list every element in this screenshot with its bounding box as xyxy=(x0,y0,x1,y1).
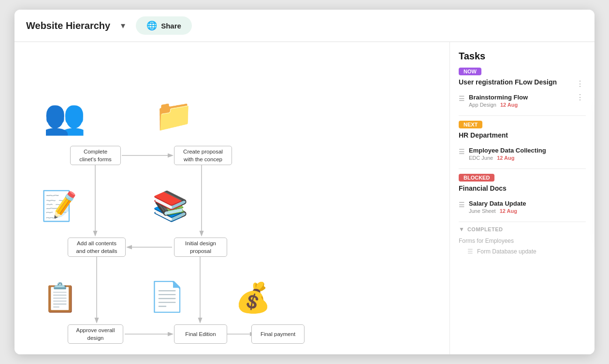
task-brainstorming-flow[interactable]: ☰ Brainstorming Flow App Design 12 Aug ⋮ xyxy=(459,90,586,112)
content-area: 👥 📁 📝 📚 📋 📄 💰 Completeclinet's forms Cre… xyxy=(14,42,594,354)
doc-edit-illustration: 📄 xyxy=(149,282,185,311)
completed-task-name: Form Database update xyxy=(477,248,536,255)
task-employee-data[interactable]: ☰ Employee Data Collecting EDC June 12 A… xyxy=(459,143,586,165)
now-section-menu-button[interactable]: ⋮ xyxy=(574,80,586,88)
completed-task-icon: ☰ xyxy=(467,248,473,255)
task-brainstorming-project: App Design xyxy=(469,102,496,108)
task-doc-icon-2: ☰ xyxy=(459,148,465,155)
task-brainstorming-date: 12 Aug xyxy=(500,102,518,108)
completed-label: COMPLETED xyxy=(467,226,503,232)
divider-3 xyxy=(459,222,586,222)
now-badge: NOW xyxy=(459,68,481,75)
node-final-payment: Final payment xyxy=(251,324,304,344)
header: Website Hierarchy ▾ 🌐 Share xyxy=(14,10,594,42)
page-title: Website Hierarchy xyxy=(26,20,110,31)
blocked-section: BLOCKED Financial Docs ☰ Salary Data Upd… xyxy=(450,173,594,218)
globe-icon: 🌐 xyxy=(146,20,157,31)
completed-section: ▼ COMPLETED Forms for Employees ☰ Form D… xyxy=(450,226,594,256)
books-illustration: 📚 xyxy=(152,192,188,221)
completed-group-title: Forms for Employees xyxy=(459,236,586,246)
task-brainstorming-menu-button[interactable]: ⋮ xyxy=(574,94,586,101)
now-group-title: User registration FLow Design xyxy=(459,78,557,86)
docs-illustration: 📝 xyxy=(41,192,77,221)
node-complete-clients: Completeclinet's forms xyxy=(70,146,121,165)
node-create-proposal: Create proposalwith the concep xyxy=(174,146,232,165)
main-container: Website Hierarchy ▾ 🌐 Share xyxy=(14,10,594,354)
people-illustration: 👥 xyxy=(44,100,86,134)
task-employee-info: Employee Data Collecting EDC June 12 Aug xyxy=(469,147,586,161)
diagram-area: 👥 📁 📝 📚 📋 📄 💰 Completeclinet's forms Cre… xyxy=(14,42,450,354)
blocked-group-title: Financial Docs xyxy=(459,184,586,192)
task-salary-name: Salary Data Update xyxy=(469,200,586,207)
arrows-svg xyxy=(14,42,450,354)
folder-illustration: 📁 xyxy=(155,100,193,131)
task-employee-sub: EDC June 12 Aug xyxy=(469,155,586,161)
next-group-title: HR Department xyxy=(459,131,586,139)
node-add-contents: Add all contentsand other details xyxy=(68,238,126,257)
clipboard-illustration: 📋 xyxy=(43,283,77,311)
node-approve-design: Approve overalldesign xyxy=(68,324,123,344)
task-salary-info: Salary Data Update June Sheet 12 Aug xyxy=(469,200,586,214)
next-section: NEXT HR Department ☰ Employee Data Colle… xyxy=(450,120,594,165)
node-final-edition: Final Edition xyxy=(174,324,227,344)
divider-2 xyxy=(459,168,586,169)
next-badge: NEXT xyxy=(459,121,482,128)
task-employee-project: EDC June xyxy=(469,155,493,161)
tasks-title: Tasks xyxy=(450,42,594,67)
task-employee-date: 12 Aug xyxy=(497,155,514,161)
task-brainstorming-info: Brainstorming Flow App Design 12 Aug xyxy=(469,94,570,108)
now-section: NOW User registration FLow Design ⋮ ☰ Br… xyxy=(450,67,594,112)
task-brainstorming-sub: App Design 12 Aug xyxy=(469,102,570,108)
chevron-down-icon: ▾ xyxy=(121,21,125,30)
divider-1 xyxy=(459,115,586,116)
title-dropdown-button[interactable]: ▾ xyxy=(118,19,128,32)
blocked-badge: BLOCKED xyxy=(459,174,494,182)
task-salary-sub: June Sheet 12 Aug xyxy=(469,208,586,214)
task-brainstorming-name: Brainstorming Flow xyxy=(469,94,570,101)
completed-group-name: Forms for Employees xyxy=(459,238,514,244)
share-button[interactable]: 🌐 Share xyxy=(136,16,192,35)
task-doc-icon-3: ☰ xyxy=(459,201,465,209)
chevron-down-icon-completed: ▼ xyxy=(459,226,464,233)
completed-task-form-database: ☰ Form Database update xyxy=(459,246,586,256)
task-salary-project: June Sheet xyxy=(469,208,496,214)
task-employee-name: Employee Data Collecting xyxy=(469,147,586,154)
tasks-panel: Tasks NOW User registration FLow Design … xyxy=(450,42,594,354)
money-illustration: 💰 xyxy=(235,283,271,312)
completed-header[interactable]: ▼ COMPLETED xyxy=(459,226,586,233)
task-salary-data[interactable]: ☰ Salary Data Update June Sheet 12 Aug xyxy=(459,196,586,218)
node-initial-design: Initial designproposal xyxy=(174,238,227,257)
task-doc-icon: ☰ xyxy=(459,95,465,102)
share-label: Share xyxy=(161,22,181,30)
diagram-wrapper: 👥 📁 📝 📚 📋 📄 💰 Completeclinet's forms Cre… xyxy=(14,42,450,354)
task-salary-date: 12 Aug xyxy=(500,208,517,214)
